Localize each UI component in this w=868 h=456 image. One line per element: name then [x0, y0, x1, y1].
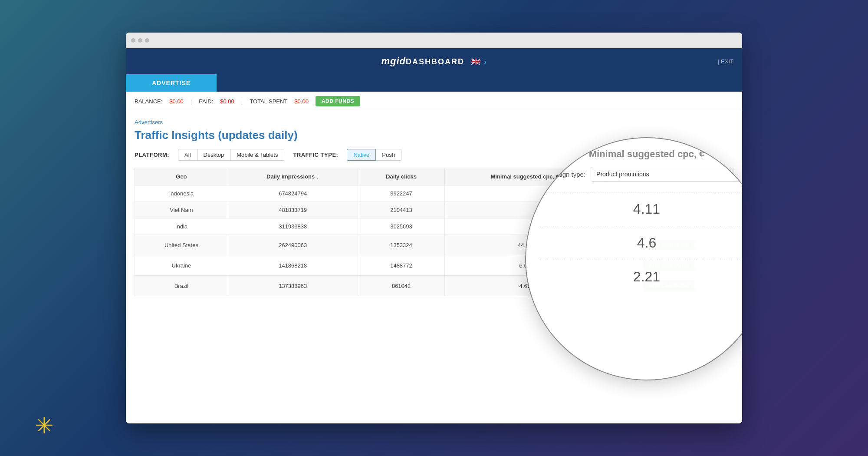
geo-cell: India — [135, 218, 228, 235]
total-label: TOTAL SPENT — [250, 98, 287, 105]
sep1: | — [191, 98, 192, 105]
clicks-cell: 3922247 — [358, 185, 445, 202]
balance-bar: BALANCE: $0.00 | PAID: $0.00 | TOTAL SPE… — [126, 92, 742, 111]
cpc-value-1: 4.11 — [526, 192, 742, 226]
traffic-native-button[interactable]: Native — [347, 149, 376, 161]
col-impressions: Daily impressions ↓ — [228, 168, 358, 185]
balance-value: $0.00 — [169, 98, 184, 105]
geo-cell: Brazil — [135, 276, 228, 296]
impressions-cell: 481833719 — [228, 202, 358, 218]
clicks-cell: 2104413 — [358, 202, 445, 218]
total-value: $0.00 — [294, 98, 309, 105]
geo-cell: United States — [135, 235, 228, 255]
cpc-value-3: 2.21 — [526, 260, 742, 294]
logo-mgid: mgid — [381, 56, 406, 66]
traffic-push-button[interactable]: Push — [376, 149, 401, 161]
campaign-type-row: Campaign type: Product promotions ▼ — [540, 167, 742, 182]
arrow-icon: › — [484, 58, 487, 66]
campaign-type-label: Campaign type: — [540, 171, 585, 178]
platform-desktop-button[interactable]: Desktop — [197, 149, 231, 161]
platform-all-button[interactable]: All — [178, 149, 197, 161]
col-clicks: Daily clicks — [358, 168, 445, 185]
traffic-buttons: Native Push — [347, 149, 401, 161]
balance-label: BALANCE: — [135, 98, 162, 105]
star-decoration: ✳ — [35, 413, 54, 439]
sep2: | — [241, 98, 243, 105]
breadcrumb[interactable]: Advertisers — [135, 119, 163, 126]
impressions-cell: 674824794 — [228, 185, 358, 202]
browser-window: mgidDASHBOARD 🇬🇧 › | EXIT ADVERTISE BALA… — [126, 33, 742, 423]
traffic-filter-label: TRAFFIC TYPE: — [293, 152, 338, 158]
geo-cell: Viet Nam — [135, 202, 228, 218]
tab-advertise[interactable]: ADVERTISE — [126, 74, 217, 92]
tab-second[interactable] — [217, 74, 742, 92]
tooltip-panel: Minimal suggested cpc, ¢ i Campaign type… — [526, 138, 742, 192]
tooltip-overlay: Minimal suggested cpc, ¢ i Campaign type… — [525, 137, 742, 380]
clicks-cell: 1353324 — [358, 235, 445, 255]
flag-icon: 🇬🇧 — [471, 57, 481, 66]
dot-2 — [138, 38, 142, 43]
browser-titlebar — [126, 33, 742, 48]
paid-label: PAID: — [199, 98, 213, 105]
dot-3 — [145, 38, 149, 43]
geo-cell: Ukraine — [135, 255, 228, 276]
dashboard-header: mgidDASHBOARD 🇬🇧 › | EXIT — [126, 48, 742, 74]
main-content: Advertisers Traffic Insights (updates da… — [126, 111, 742, 303]
platform-filter-label: PLATFORM: — [135, 152, 169, 158]
col-geo: Geo — [135, 168, 228, 185]
platform-mobile-button[interactable]: Mobile & Tablets — [230, 149, 284, 161]
impressions-cell: 311933838 — [228, 218, 358, 235]
tooltip-title: Minimal suggested cpc, ¢ — [540, 149, 742, 160]
impressions-cell: 141868218 — [228, 255, 358, 276]
impressions-cell: 137388963 — [228, 276, 358, 296]
nav-tabs: ADVERTISE — [126, 74, 742, 92]
campaign-type-select[interactable]: Product promotions — [591, 167, 742, 182]
logo-dashboard: DASHBOARD — [406, 57, 464, 66]
clicks-cell: 861042 — [358, 276, 445, 296]
impressions-cell: 262490063 — [228, 235, 358, 255]
clicks-cell: 1488772 — [358, 255, 445, 276]
dot-1 — [131, 38, 135, 43]
clicks-cell: 3025693 — [358, 218, 445, 235]
geo-cell: Indonesia — [135, 185, 228, 202]
header-right-links[interactable]: | EXIT — [718, 58, 733, 65]
paid-value: $0.00 — [220, 98, 234, 105]
platform-buttons: All Desktop Mobile & Tablets — [178, 149, 284, 161]
browser-dots — [131, 38, 149, 43]
cpc-value-2: 4.6 — [526, 226, 742, 260]
add-funds-button[interactable]: ADD FUNDS — [316, 96, 360, 106]
logo: mgidDASHBOARD 🇬🇧 › — [381, 56, 487, 67]
campaign-type-select-wrapper: Product promotions ▼ — [591, 167, 742, 182]
